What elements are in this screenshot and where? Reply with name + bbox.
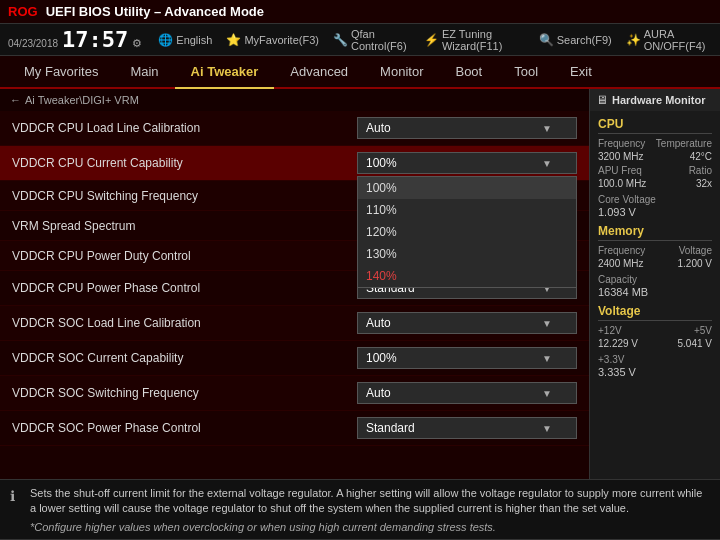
shortcut-english[interactable]: 🌐 English bbox=[158, 33, 212, 47]
setting-control-soc-current[interactable]: 100% ▼ bbox=[357, 347, 577, 369]
star-icon: ⭐ bbox=[226, 33, 241, 47]
select-soc-phase[interactable]: Standard ▼ bbox=[357, 417, 577, 439]
hw-mem-freq-row: Frequency Voltage bbox=[598, 245, 712, 256]
breadcrumb-path: Ai Tweaker\DIGI+ VRM bbox=[25, 94, 139, 106]
dropdown-option-140[interactable]: 140% bbox=[358, 265, 576, 287]
hw-mem-capacity-value: 16384 MB bbox=[598, 286, 712, 298]
tab-ai-tweaker[interactable]: Ai Tweaker bbox=[175, 56, 275, 89]
shortcut-search-label: Search(F9) bbox=[557, 34, 612, 46]
setting-row-soc-switching: VDDCR SOC Switching Frequency Auto ▼ bbox=[0, 376, 589, 411]
tab-tool[interactable]: Tool bbox=[498, 56, 554, 89]
hw-panel-title: Hardware Monitor bbox=[612, 94, 706, 106]
select-soc-phase-arrow: ▼ bbox=[542, 423, 552, 434]
time-display: 17:57 bbox=[62, 27, 128, 52]
select-current-capability[interactable]: 100% ▼ bbox=[357, 152, 577, 174]
dropdown-current-capability: 100% 110% 120% 130% 140% bbox=[357, 176, 577, 288]
select-soc-switching[interactable]: Auto ▼ bbox=[357, 382, 577, 404]
tab-my-favorites[interactable]: My Favorites bbox=[8, 56, 114, 89]
setting-control-soc-switching[interactable]: Auto ▼ bbox=[357, 382, 577, 404]
dropdown-option-110[interactable]: 110% bbox=[358, 199, 576, 221]
hw-apu-freq-value: 100.0 MHz bbox=[598, 178, 646, 189]
dropdown-option-100[interactable]: 100% bbox=[358, 177, 576, 199]
hw-core-voltage-label: Core Voltage bbox=[598, 194, 656, 205]
breadcrumb-arrow: ← bbox=[10, 94, 21, 106]
hw-apu-val-row: 100.0 MHz 32x bbox=[598, 178, 712, 189]
setting-label-power-phase: VDDCR CPU Power Phase Control bbox=[12, 281, 357, 295]
info-main-text: Sets the shut-off current limit for the … bbox=[30, 486, 710, 517]
title-bar: ROG UEFI BIOS Utility – Advanced Mode bbox=[0, 0, 720, 24]
setting-label-soc-current: VDDCR SOC Current Capability bbox=[12, 351, 357, 365]
setting-control-soc-load-line[interactable]: Auto ▼ bbox=[357, 312, 577, 334]
info-bar: 04/23/2018 17:57 ⚙ 🌐 English ⭐ MyFavorit… bbox=[0, 24, 720, 56]
hw-mem-freq-value: 2400 MHz bbox=[598, 258, 644, 269]
select-soc-load-line[interactable]: Auto ▼ bbox=[357, 312, 577, 334]
select-soc-switching-value: Auto bbox=[366, 386, 391, 400]
setting-label-current-capability: VDDCR CPU Current Capability bbox=[12, 156, 357, 170]
hw-cpu-freq-val-row: 3200 MHz 42°C bbox=[598, 151, 712, 162]
info-icon: ℹ bbox=[10, 488, 15, 504]
select-load-line-value: Auto bbox=[366, 121, 391, 135]
setting-label-load-line: VDDCR CPU Load Line Calibration bbox=[12, 121, 357, 135]
hw-v12-row: +12V +5V bbox=[598, 325, 712, 336]
hw-v12-val-row: 12.229 V 5.041 V bbox=[598, 338, 712, 349]
dropdown-option-130[interactable]: 130% bbox=[358, 243, 576, 265]
select-current-capability-arrow: ▼ bbox=[542, 158, 552, 169]
hw-v12-value: 12.229 V bbox=[598, 338, 638, 349]
shortcuts-bar: 🌐 English ⭐ MyFavorite(F3) 🔧 Qfan Contro… bbox=[158, 28, 712, 52]
shortcut-qfan-label: Qfan Control(F6) bbox=[351, 28, 410, 52]
setting-control-current-capability[interactable]: 100% ▼ 100% 110% 120% 130% 140% bbox=[357, 152, 577, 174]
datetime-display: 04/23/2018 17:57 ⚙ bbox=[8, 27, 142, 52]
select-soc-phase-value: Standard bbox=[366, 421, 415, 435]
hw-core-voltage-section: Core Voltage 1.093 V bbox=[598, 192, 712, 218]
tab-boot[interactable]: Boot bbox=[439, 56, 498, 89]
select-soc-switching-arrow: ▼ bbox=[542, 388, 552, 399]
setting-control-load-line[interactable]: Auto ▼ bbox=[357, 117, 577, 139]
setting-row-soc-current: VDDCR SOC Current Capability 100% ▼ bbox=[0, 341, 589, 376]
shortcut-aura[interactable]: ✨ AURA ON/OFF(F4) bbox=[626, 28, 712, 52]
fan-icon: 🔧 bbox=[333, 33, 348, 47]
setting-row-current-capability: VDDCR CPU Current Capability 100% ▼ 100%… bbox=[0, 146, 589, 181]
hw-panel-header: 🖥 Hardware Monitor bbox=[590, 89, 720, 111]
hw-cpu-freq-row: Frequency Temperature bbox=[598, 138, 712, 149]
shortcut-qfan[interactable]: 🔧 Qfan Control(F6) bbox=[333, 28, 410, 52]
hw-ratio-label: Ratio bbox=[689, 165, 712, 176]
shortcut-myfavorite[interactable]: ⭐ MyFavorite(F3) bbox=[226, 33, 319, 47]
monitor-icon: 🖥 bbox=[596, 93, 608, 107]
hw-cpu-temp-value: 42°C bbox=[690, 151, 712, 162]
tab-advanced[interactable]: Advanced bbox=[274, 56, 364, 89]
select-soc-current-arrow: ▼ bbox=[542, 353, 552, 364]
breadcrumb: ← Ai Tweaker\DIGI+ VRM bbox=[0, 89, 589, 111]
select-soc-current[interactable]: 100% ▼ bbox=[357, 347, 577, 369]
tab-main[interactable]: Main bbox=[114, 56, 174, 89]
date-display: 04/23/2018 bbox=[8, 38, 58, 49]
setting-control-soc-phase[interactable]: Standard ▼ bbox=[357, 417, 577, 439]
setting-label-power-duty: VDDCR CPU Power Duty Control bbox=[12, 249, 357, 263]
hw-v33-section: +3.3V 3.335 V bbox=[598, 352, 712, 378]
hw-ratio-value: 32x bbox=[696, 178, 712, 189]
hw-mem-capacity-label: Capacity bbox=[598, 274, 637, 285]
hw-v33-value: 3.335 V bbox=[598, 366, 712, 378]
select-load-line[interactable]: Auto ▼ bbox=[357, 117, 577, 139]
setting-label-vrm-spread: VRM Spread Spectrum bbox=[12, 219, 357, 233]
rog-logo: ROG bbox=[8, 4, 38, 19]
hw-memory-section: Memory bbox=[598, 224, 712, 241]
shortcut-eztuning[interactable]: ⚡ EZ Tuning Wizard(F11) bbox=[424, 28, 525, 52]
globe-icon: 🌐 bbox=[158, 33, 173, 47]
hw-voltage-section: Voltage bbox=[598, 304, 712, 321]
hw-v5-value: 5.041 V bbox=[678, 338, 712, 349]
select-load-line-arrow: ▼ bbox=[542, 123, 552, 134]
setting-row-soc-phase: VDDCR SOC Power Phase Control Standard ▼ bbox=[0, 411, 589, 446]
settings-gear-icon[interactable]: ⚙ bbox=[132, 37, 142, 50]
hw-mem-voltage-value: 1.200 V bbox=[678, 258, 712, 269]
tab-monitor[interactable]: Monitor bbox=[364, 56, 439, 89]
shortcut-search[interactable]: 🔍 Search(F9) bbox=[539, 33, 612, 47]
tab-exit[interactable]: Exit bbox=[554, 56, 608, 89]
aura-icon: ✨ bbox=[626, 33, 641, 47]
setting-row-load-line: VDDCR CPU Load Line Calibration Auto ▼ bbox=[0, 111, 589, 146]
nav-tabs: My Favorites Main Ai Tweaker Advanced Mo… bbox=[0, 56, 720, 89]
hw-cpu-freq-label: Frequency bbox=[598, 138, 645, 149]
hw-mem-freq-label: Frequency bbox=[598, 245, 645, 256]
hw-v5-label: +5V bbox=[694, 325, 712, 336]
dropdown-option-120[interactable]: 120% bbox=[358, 221, 576, 243]
hw-mem-capacity-section: Capacity 16384 MB bbox=[598, 272, 712, 298]
